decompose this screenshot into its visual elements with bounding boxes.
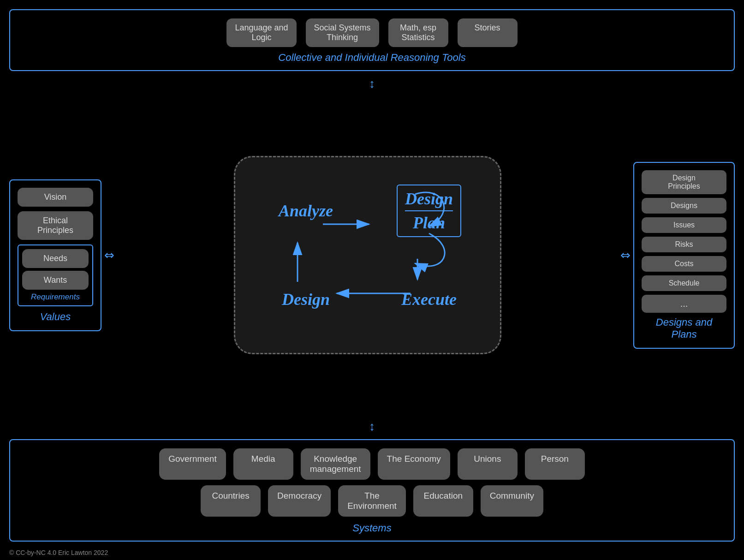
copyright: © CC-by-NC 4.0 Eric Lawton 2022 bbox=[9, 549, 108, 556]
left-panel: Vision Ethical Principles Needs Wants Re… bbox=[9, 179, 101, 331]
pill-wants: Wants bbox=[22, 271, 89, 290]
pill-risks: Risks bbox=[642, 237, 726, 252]
v-arrow-top: ↕ bbox=[9, 77, 735, 91]
pill-designs: Designs bbox=[642, 198, 726, 214]
pill-schedule: Schedule bbox=[642, 275, 726, 291]
design-label-text: Design bbox=[282, 290, 330, 309]
pill-math-stats: Math, esp Statistics bbox=[388, 18, 448, 47]
pill-education: Education bbox=[413, 485, 473, 517]
pill-person: Person bbox=[525, 448, 585, 480]
pill-stories: Stories bbox=[458, 18, 518, 47]
right-panel: Design Principles Designs Issues Risks C… bbox=[633, 162, 735, 349]
pill-unions: Unions bbox=[458, 448, 518, 480]
pill-design-principles: Design Principles bbox=[642, 170, 726, 194]
top-section: Language and Logic Social Systems Thinki… bbox=[9, 9, 735, 71]
pill-costs: Costs bbox=[642, 256, 726, 272]
process-inner: Analyze Design Plan Design bbox=[235, 157, 500, 353]
pill-media: Media bbox=[233, 448, 293, 480]
analyze-item: Analyze bbox=[244, 167, 368, 255]
requirements-label: Requirements bbox=[22, 292, 89, 302]
process-box: Analyze Design Plan Design bbox=[234, 156, 501, 354]
design-plan-box: Design Plan bbox=[397, 185, 461, 237]
pill-language-logic: Language and Logic bbox=[226, 18, 296, 47]
pill-vision: Vision bbox=[18, 188, 93, 207]
pill-countries: Countries bbox=[201, 485, 261, 517]
bottom-row-1: Government Media Knowledge management Th… bbox=[19, 448, 725, 480]
bottom-row-2: Countries Democracy The Environment Educ… bbox=[19, 485, 725, 517]
pill-social-systems: Social Systems Thinking bbox=[306, 18, 379, 47]
middle-row: Vision Ethical Principles Needs Wants Re… bbox=[9, 96, 735, 414]
v-arrow-bottom: ↕ bbox=[9, 419, 735, 434]
pill-the-economy: The Economy bbox=[378, 448, 450, 480]
execute-item: Execute bbox=[368, 255, 491, 344]
design-plan-divider bbox=[405, 210, 453, 211]
top-section-label: Collective and Individual Reasoning Tool… bbox=[278, 52, 465, 64]
pill-ellipsis: ... bbox=[642, 295, 726, 313]
pill-community: Community bbox=[481, 485, 543, 517]
pill-democracy: Democracy bbox=[268, 485, 331, 517]
design-plan-top: Design bbox=[405, 189, 453, 209]
pill-issues: Issues bbox=[642, 217, 726, 233]
execute-label-text: Execute bbox=[401, 290, 457, 309]
left-side-arrow: ⇔ bbox=[101, 248, 117, 262]
pill-knowledge-management: Knowledge management bbox=[301, 448, 370, 480]
right-side-arrow: ⇔ bbox=[618, 248, 633, 262]
inner-box-requirements: Needs Wants Requirements bbox=[18, 244, 93, 306]
design-item: Design bbox=[244, 255, 368, 344]
top-pills: Language and Logic Social Systems Thinki… bbox=[226, 18, 517, 47]
designs-plans-label: Designs and Plans bbox=[642, 316, 726, 340]
systems-label: Systems bbox=[19, 522, 725, 534]
bottom-section: Government Media Knowledge management Th… bbox=[9, 439, 735, 542]
pill-the-environment: The Environment bbox=[338, 485, 406, 517]
analyze-label: Analyze bbox=[279, 201, 333, 220]
center-section: Analyze Design Plan Design bbox=[117, 156, 618, 354]
pill-ethical-principles: Ethical Principles bbox=[18, 211, 93, 240]
pill-government: Government bbox=[159, 448, 226, 480]
pill-needs: Needs bbox=[22, 249, 89, 268]
design-plan-bottom: Plan bbox=[413, 213, 445, 232]
main-container: Language and Logic Social Systems Thinki… bbox=[9, 9, 735, 542]
design-plan-item: Design Plan bbox=[368, 167, 491, 255]
values-label: Values bbox=[18, 311, 93, 323]
